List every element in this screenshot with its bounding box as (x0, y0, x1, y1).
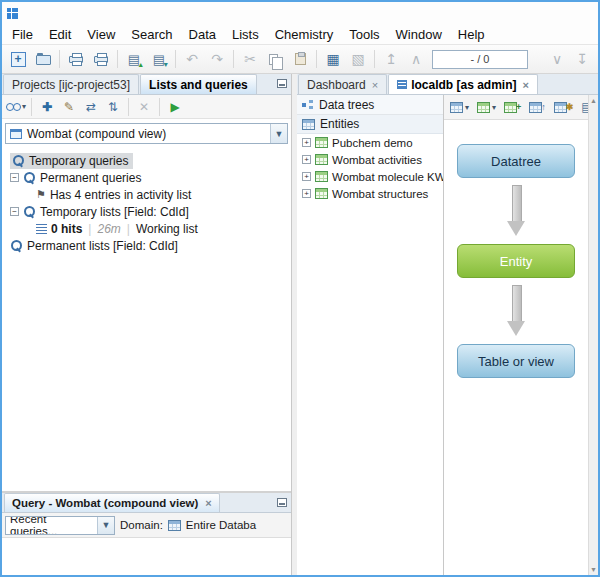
binoculars-icon (6, 102, 21, 111)
edit-schema-button[interactable]: ✱ (552, 97, 576, 117)
working-list-hits: 0 hits (51, 222, 82, 236)
cut-button[interactable]: ✂ (238, 47, 262, 71)
tree-item-working-list[interactable]: 0 hits | 26m | Working list (2, 220, 291, 237)
menu-view[interactable]: View (79, 27, 123, 42)
list-query-icon (10, 239, 23, 252)
printer-icon (69, 56, 83, 63)
menu-search[interactable]: Search (123, 27, 180, 42)
chevron-down-icon[interactable]: ▼ (270, 124, 287, 143)
paste-button[interactable] (288, 47, 312, 71)
entity-item-pubchem-demo[interactable]: + Pubchem demo (297, 134, 443, 151)
menu-data[interactable]: Data (181, 27, 224, 42)
query-editor-area[interactable] (2, 538, 291, 575)
tree-item-label: Has 4 entries in activity list (50, 188, 191, 202)
convert-list-button[interactable]: ⇄ (81, 97, 101, 117)
edit-list-button[interactable]: ✎ (59, 97, 79, 117)
arrow-down-icon (507, 285, 525, 337)
diagram-node-entity[interactable]: Entity (457, 244, 575, 278)
domain-value[interactable]: Entire Databa (186, 519, 288, 531)
entities-header[interactable]: Entities (297, 115, 443, 134)
tab-query[interactable]: Query - Wombat (compound view) × (4, 493, 220, 512)
copy-button[interactable] (263, 47, 287, 71)
next-record-button[interactable]: ∨ (545, 47, 569, 71)
close-icon[interactable]: × (523, 79, 529, 91)
menu-help[interactable]: Help (450, 27, 493, 42)
revert-changes-button[interactable]: ▤▼ (147, 47, 171, 71)
redo-button[interactable]: ↷ (205, 47, 229, 71)
tab-localdb[interactable]: localdb [as admin] × (388, 74, 538, 94)
previous-record-button[interactable]: ∧ (404, 47, 428, 71)
entity-item-wombat-molecule-kw[interactable]: + Wombat molecule KW (297, 168, 443, 185)
entity-item-wombat-activities[interactable]: + Wombat activities (297, 151, 443, 168)
tab-dashboard[interactable]: Dashboard × (298, 74, 387, 94)
diagram-node-datatree[interactable]: Datatree (457, 144, 575, 178)
entity-item-wombat-structures[interactable]: + Wombat structures (297, 185, 443, 202)
run-query-button[interactable]: ▶ (165, 97, 185, 117)
copy-icon (269, 54, 278, 65)
last-record-button[interactable]: ↧ (570, 47, 594, 71)
scroll-down-icon[interactable]: ▼ (590, 566, 597, 573)
working-list-age: 26m (97, 222, 120, 236)
title-bar[interactable] (2, 2, 598, 24)
minimize-window-icon[interactable] (277, 498, 287, 507)
new-list-button[interactable]: ✚ (37, 97, 57, 117)
menu-file[interactable]: File (4, 27, 41, 42)
close-icon[interactable]: × (372, 79, 378, 91)
schema-canvas[interactable]: Datatree Entity Table or view (444, 120, 588, 575)
commit-changes-button[interactable]: ▤▲ (122, 47, 146, 71)
toolbar-separator (316, 50, 317, 68)
table-icon (315, 154, 328, 165)
tree-item-temporary-queries[interactable]: Temporary queries (2, 152, 291, 169)
tab-lists-and-queries[interactable]: Lists and queries (140, 74, 257, 94)
delete-button[interactable]: ✕ (134, 97, 154, 117)
view-options-button[interactable]: ▾ (6, 97, 26, 117)
menu-window[interactable]: Window (388, 27, 450, 42)
expand-icon[interactable]: + (302, 189, 311, 198)
minimize-window-icon[interactable] (277, 79, 287, 88)
menu-lists[interactable]: Lists (224, 27, 267, 42)
toolbar-separator (374, 50, 375, 68)
table-icon (315, 137, 328, 148)
expand-icon[interactable]: + (302, 155, 311, 164)
data-trees-header[interactable]: Data trees (297, 95, 443, 115)
expand-icon[interactable]: + (302, 172, 311, 181)
expand-icon[interactable]: + (302, 138, 311, 147)
grid-view-button[interactable]: ▦ (321, 47, 345, 71)
record-counter-input[interactable] (432, 50, 528, 69)
tab-projects[interactable]: Projects [ijc-project53] (3, 74, 139, 94)
new-button[interactable]: + (6, 47, 30, 71)
tree-item-permanent-queries[interactable]: − Permanent queries (2, 169, 291, 186)
tree-item-activity-query[interactable]: ⚑ Has 4 entries in activity list (2, 186, 291, 203)
view-selector[interactable]: Wombat (compound view) ▼ (5, 123, 288, 144)
chevron-down-icon: ∨ (552, 51, 562, 67)
diagram-node-table-or-view[interactable]: Table or view (457, 344, 575, 378)
print-preview-button[interactable] (89, 47, 113, 71)
vertical-scrollbar[interactable]: ▲ ▼ (588, 95, 598, 575)
first-record-button[interactable]: ↥ (379, 47, 403, 71)
tree-item-permanent-lists[interactable]: Permanent lists [Field: CdId] (2, 237, 291, 254)
scroll-up-icon[interactable]: ▲ (590, 97, 597, 104)
datatree-icon (302, 100, 314, 110)
tree-item-temporary-lists[interactable]: − Temporary lists [Field: CdId] (2, 203, 291, 220)
open-button[interactable] (31, 47, 55, 71)
collapse-icon[interactable]: − (10, 207, 19, 216)
print-button[interactable] (64, 47, 88, 71)
menu-chemistry[interactable]: Chemistry (267, 27, 342, 42)
menu-edit[interactable]: Edit (41, 27, 79, 42)
new-entity-button[interactable]: ▾ (475, 97, 498, 117)
form-view-button[interactable]: ▧ (346, 47, 370, 71)
promote-entity-button[interactable]: ↑ (527, 97, 548, 117)
menu-tools[interactable]: Tools (341, 27, 387, 42)
new-datatree-button[interactable]: ▾ (448, 97, 471, 117)
close-icon[interactable]: × (205, 497, 211, 509)
sort-lists-button[interactable]: ⇅ (103, 97, 123, 117)
query-tab-label: Query - Wombat (compound view) (12, 497, 198, 509)
chevron-down-icon[interactable]: ▼ (97, 517, 114, 534)
add-entity-button[interactable]: + (502, 97, 523, 117)
toolbar-separator (117, 50, 118, 68)
query-controls: Recent queries... ▼ Domain: Entire Datab… (2, 513, 291, 538)
undo-button[interactable]: ↶ (180, 47, 204, 71)
redo-icon: ↷ (211, 51, 223, 67)
collapse-icon[interactable]: − (10, 173, 19, 182)
recent-queries-select[interactable]: Recent queries... ▼ (5, 516, 115, 535)
